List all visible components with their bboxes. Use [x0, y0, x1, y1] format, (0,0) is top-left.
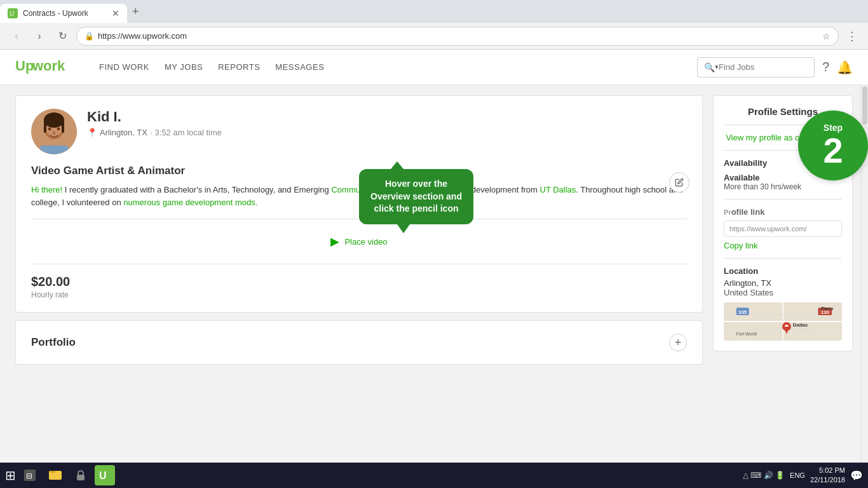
- portfolio-card: Portfolio +: [15, 320, 703, 365]
- taskbar-lock-icon[interactable]: [69, 464, 92, 487]
- svg-text:335: 335: [738, 309, 747, 315]
- location-pin-icon: 📍: [87, 128, 97, 137]
- nav-messages[interactable]: MESSAGES: [275, 62, 324, 72]
- play-icon: ▶: [330, 234, 339, 248]
- navbar-links: FIND WORK MY JOBS REPORTS MESSAGES: [99, 62, 324, 72]
- hourly-label: Hourly rate: [31, 290, 687, 299]
- notifications-icon[interactable]: 🔔: [837, 60, 853, 75]
- tooltip-text: Hover over the Overview section and clic…: [370, 179, 462, 214]
- step-number: 2: [823, 133, 843, 168]
- taskbar-language: ENG: [790, 471, 805, 479]
- taskbar-upwork-icon[interactable]: U: [95, 465, 115, 485]
- tooltip-bubble: Hover over the Overview section and clic…: [359, 169, 473, 224]
- back-button[interactable]: ‹: [8, 27, 25, 45]
- svg-text:Dallas: Dallas: [793, 322, 808, 328]
- portfolio-title: Portfolio: [31, 336, 76, 349]
- svg-point-9: [48, 128, 51, 130]
- hourly-rate: $20.00: [31, 274, 687, 289]
- lock-icon: 🔒: [85, 32, 94, 41]
- scrollbar-thumb[interactable]: [862, 86, 867, 125]
- browser-controls: ‹ › ↻ 🔒 https://www.upwork.com ☆ ⋮: [0, 23, 868, 50]
- svg-point-6: [44, 112, 64, 128]
- svg-text:Plano: Plano: [821, 306, 833, 311]
- nav-find-work[interactable]: FIND WORK: [99, 62, 149, 72]
- search-input[interactable]: [719, 62, 808, 72]
- url-bar[interactable]: 🔒 https://www.upwork.com ☆: [76, 27, 839, 46]
- location-country: United States: [724, 288, 842, 297]
- forward-button[interactable]: ›: [31, 27, 48, 45]
- svg-text:work: work: [32, 58, 65, 74]
- tab-close-button[interactable]: ✕: [112, 8, 119, 18]
- browser-titlebar: U Contracts - Upwork ✕ +: [0, 0, 868, 23]
- copy-link-button[interactable]: Copy link: [724, 241, 757, 250]
- svg-text:Up: Up: [15, 58, 34, 74]
- navbar: Up work FIND WORK MY JOBS REPORTS MESSAG…: [0, 50, 868, 85]
- main-layout: Kid I. 📍 Arlington, TX · 3:52 am local t…: [0, 85, 868, 463]
- url-text: https://www.upwork.com: [98, 31, 818, 41]
- svg-text:⊟: ⊟: [26, 471, 32, 480]
- taskbar-time: 5:02 PM 22/11/2018: [810, 466, 845, 485]
- refresh-button[interactable]: ↻: [53, 27, 71, 45]
- taskbar-system-icons: △ ⌨ 🔊 🔋: [743, 471, 785, 480]
- availability-detail: More than 30 hrs/week: [724, 182, 842, 191]
- taskbar-search-icon[interactable]: ⊟: [18, 464, 41, 487]
- profile-link-title: Profile link: [724, 207, 842, 217]
- edit-overview-button[interactable]: [669, 172, 689, 193]
- taskbar-file-explorer[interactable]: [44, 464, 67, 487]
- profile-info: Kid I. 📍 Arlington, TX · 3:52 am local t…: [87, 109, 687, 137]
- start-button[interactable]: ⊞: [5, 468, 16, 483]
- profile-card: Kid I. 📍 Arlington, TX · 3:52 am local t…: [15, 95, 703, 313]
- map-placeholder: 335 130 Plano Dallas Fort Worth: [724, 302, 842, 341]
- svg-text:U: U: [10, 10, 14, 17]
- browser-tab[interactable]: U Contracts - Upwork ✕: [0, 4, 127, 23]
- taskbar-right: △ ⌨ 🔊 🔋 ENG 5:02 PM 22/11/2018 💬: [743, 466, 863, 485]
- step-2-badge: Step 2: [798, 111, 868, 180]
- svg-rect-11: [40, 146, 68, 154]
- location-city: Arlington, TX: [724, 278, 842, 288]
- profile-name: Kid I.: [87, 109, 687, 125]
- navbar-search: 🔍 ▾ ? 🔔: [697, 57, 853, 78]
- video-divider: [31, 264, 687, 264]
- location-title: Location: [724, 266, 842, 276]
- new-tab-button[interactable]: +: [127, 5, 144, 18]
- svg-rect-8: [62, 120, 64, 133]
- add-portfolio-button[interactable]: +: [669, 334, 687, 351]
- help-icon[interactable]: ?: [822, 60, 829, 74]
- search-box[interactable]: 🔍 ▾: [697, 57, 815, 78]
- search-icon: 🔍: [704, 62, 715, 72]
- avatar: [31, 109, 77, 154]
- page-content: Up work FIND WORK MY JOBS REPORTS MESSAG…: [0, 50, 868, 488]
- nav-reports[interactable]: REPORTS: [218, 62, 260, 72]
- left-panel: Kid I. 📍 Arlington, TX · 3:52 am local t…: [15, 95, 703, 452]
- tab-favicon: U: [8, 8, 18, 18]
- svg-rect-7: [44, 120, 46, 133]
- nav-my-jobs[interactable]: MY JOBS: [165, 62, 203, 72]
- tab-title: Contracts - Upwork: [23, 9, 107, 18]
- svg-rect-31: [77, 475, 85, 480]
- place-video-button[interactable]: ▶ Place video: [31, 229, 687, 254]
- svg-text:Fort Worth: Fort Worth: [736, 332, 757, 336]
- taskbar: ⊞ ⊟ U △ ⌨ 🔊 🔋 ENG 5:02 PM 22/11/2018: [0, 463, 868, 488]
- bookmark-icon[interactable]: ☆: [822, 31, 831, 41]
- taskbar-notification-center[interactable]: 💬: [850, 470, 863, 482]
- svg-point-10: [57, 128, 60, 130]
- profile-header: Kid I. 📍 Arlington, TX · 3:52 am local t…: [31, 109, 687, 154]
- svg-rect-30: [50, 471, 55, 473]
- link-divider: [724, 258, 842, 259]
- browser-menu-icon[interactable]: ⋮: [844, 29, 860, 43]
- profile-location: 📍 Arlington, TX · 3:52 am local time: [87, 128, 687, 137]
- svg-text:U: U: [99, 470, 107, 481]
- profile-link-box[interactable]: https://www.upwork.com/: [724, 220, 842, 237]
- upwork-logo[interactable]: Up work: [15, 57, 79, 78]
- availability-divider: [724, 199, 842, 200]
